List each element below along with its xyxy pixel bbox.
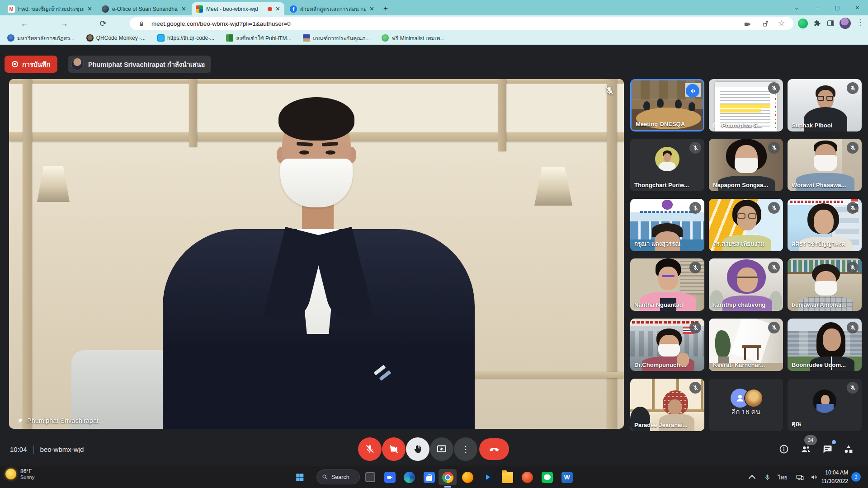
share-icon[interactable]: [762, 20, 769, 28]
participant-tile[interactable]: Napaporn Songsa...: [709, 139, 783, 191]
participant-tile[interactable]: กรุณา แดงสุวรรณ: [630, 199, 704, 251]
meet-page: การบันทึก Phumiphat Srivachirapat กำลังน…: [0, 45, 868, 465]
bookmark-item[interactable]: https://th.qr-code-...: [157, 34, 214, 42]
participant-name: ศศิธร วชิรปัญญาพงศ์: [792, 239, 845, 249]
tab-facebook[interactable]: f ฝ่ายหลักสูตรและการสอน กองบริการกา... ✕: [286, 2, 378, 15]
address-bar[interactable]: meet.google.com/beo-wbmx-wjd?pli=1&authu…: [130, 17, 793, 30]
task-view-icon[interactable]: [364, 471, 376, 483]
participant-tile[interactable]: benjawan Amphai...: [788, 258, 862, 311]
app-icon-file-explorer[interactable]: [501, 471, 513, 483]
taskbar-clock[interactable]: 10:04 AM 11/30/2022: [821, 469, 848, 485]
camera-in-use-icon[interactable]: [744, 20, 751, 28]
bookmark-item[interactable]: ลงชื่อเข้าใช้ PubHTM...: [226, 34, 291, 42]
app-icon-media-player[interactable]: [481, 471, 493, 483]
cast-device-icon[interactable]: [794, 471, 806, 483]
profile-avatar[interactable]: [840, 18, 851, 29]
participant-name: Phumiphat S...: [713, 122, 762, 129]
tab-close-icon[interactable]: ✕: [181, 6, 186, 12]
bookmark-item[interactable]: มหาวิทยาลัยราชภัฏสว...: [7, 34, 75, 42]
qr-bookmark-icon: [157, 34, 165, 42]
meet-bottom-bar: 10:04 beo-wbmx-wjd ⋮ 34: [0, 434, 868, 465]
participant-tile[interactable]: ดร.สายชล เทียนงาม: [709, 199, 783, 251]
activities-button[interactable]: [839, 439, 859, 459]
forward-button[interactable]: →: [58, 17, 71, 30]
participant-tile[interactable]: Paradee Jearanai...: [630, 379, 704, 431]
bookmark-item[interactable]: ฟรี Minimalist เทมเพ...: [382, 34, 444, 42]
tab-eoffice[interactable]: e-Office of Suan Sunandha Rajab... ✕: [98, 2, 190, 15]
mic-muted-icon: [689, 322, 701, 333]
participants-button[interactable]: 34: [796, 439, 816, 459]
meeting-details-button[interactable]: [774, 439, 794, 459]
mic-muted-icon: [689, 142, 701, 154]
url-text[interactable]: meet.google.com/beo-wbmx-wjd?pli=1&authu…: [151, 20, 291, 27]
window-maximize-button[interactable]: ▢: [827, 0, 847, 15]
volume-icon[interactable]: [808, 471, 820, 483]
window-close-button[interactable]: ✕: [847, 0, 867, 15]
notification-count-badge[interactable]: 3: [851, 472, 861, 482]
tab-close-icon[interactable]: ✕: [275, 6, 280, 12]
overflow-tile[interactable]: อีก 16 คน: [709, 379, 783, 431]
participant-tile[interactable]: Dr.Chompunuch ...: [630, 319, 704, 371]
mic-toggle-button[interactable]: [358, 437, 382, 461]
new-tab-button[interactable]: +: [380, 3, 392, 14]
side-panel-icon[interactable]: [826, 19, 835, 28]
weather-condition: Sunny: [20, 474, 34, 480]
tab-gmail[interactable]: M Fwd: ขอเชิญเข้าร่วมประชุมคณะทำงาน... ✕: [4, 2, 96, 15]
bookmark-star-icon[interactable]: ☆: [778, 19, 785, 28]
bookmark-item[interactable]: QRCode Monkey -...: [86, 34, 146, 42]
participant-tile[interactable]: Worawit Phasawa...: [788, 139, 862, 191]
presentation-tile[interactable]: Phumiphat S...: [709, 79, 783, 131]
participant-name: Meeting ONESQA: [636, 121, 685, 127]
tab-close-icon[interactable]: ✕: [87, 6, 92, 12]
app-icon-word[interactable]: W: [561, 471, 573, 483]
bookmark-item[interactable]: เกณฑ์การประกันคุณภ...: [303, 34, 370, 42]
app-icon-browser-orange[interactable]: [521, 471, 533, 483]
app-icon-line[interactable]: [541, 471, 553, 483]
reload-button[interactable]: ⟳: [97, 17, 109, 30]
present-screen-button[interactable]: [430, 437, 453, 461]
app-icon-edge[interactable]: [403, 471, 415, 483]
raise-hand-button[interactable]: [406, 437, 429, 461]
participant-tile[interactable]: Meeting ONESQA: [630, 79, 704, 131]
main-video[interactable]: Phumiphat Srivachirapat: [9, 79, 624, 429]
browser-menu-icon[interactable]: ⋮: [856, 18, 864, 27]
mic-muted-icon: [689, 382, 701, 394]
self-tile[interactable]: คุณ: [788, 379, 862, 431]
app-icon-store[interactable]: [423, 471, 435, 483]
tab-search-chevron-icon[interactable]: ⌄: [787, 0, 807, 15]
chat-button[interactable]: [817, 439, 837, 459]
mic-muted-icon: [604, 85, 615, 96]
app-icon-chrome-active[interactable]: [439, 469, 457, 485]
image-bookmark-icon: [303, 34, 310, 42]
participant-tile[interactable]: Thongchart Puriw...: [630, 139, 704, 191]
hidden-icons-chevron-icon[interactable]: [746, 471, 758, 483]
participant-tile[interactable]: karnthip chativong: [709, 258, 783, 311]
chat-extension-icon[interactable]: [798, 19, 808, 28]
tray-mic-icon[interactable]: [761, 471, 773, 483]
participant-tile[interactable]: Boonrudee Udom...: [788, 319, 862, 371]
participant-tile[interactable]: Keerati Karnchar...: [709, 319, 783, 371]
tab-close-icon[interactable]: ✕: [369, 6, 374, 12]
participant-tile[interactable]: Nantha Nguantad: [630, 258, 704, 311]
language-switcher[interactable]: ไทย: [777, 471, 788, 483]
presenter-hair: [278, 97, 354, 141]
mic-muted-icon: [847, 202, 859, 214]
back-button[interactable]: ←: [18, 17, 31, 30]
overflow-avatar-photo: [744, 389, 763, 408]
camera-toggle-button[interactable]: [382, 437, 406, 461]
participant-tile[interactable]: Suphak Pibool: [788, 79, 862, 131]
more-options-button[interactable]: ⋮: [454, 437, 477, 461]
tab-meet-active[interactable]: Meet - beo-wbmx-wjd ✕: [192, 2, 284, 15]
meeting-code: beo-wbmx-wjd: [40, 446, 84, 453]
app-icon-video-camera[interactable]: [384, 471, 396, 483]
meet-favicon-icon: [196, 5, 203, 13]
extensions-puzzle-icon[interactable]: [813, 19, 821, 28]
window-minimize-button[interactable]: ─: [807, 0, 827, 15]
participant-name: ดร.สายชล เทียนงาม: [713, 239, 764, 249]
taskbar-search[interactable]: Search: [316, 469, 360, 484]
app-icon-firefox[interactable]: [462, 471, 473, 483]
participant-tile[interactable]: ศศิธร วชิรปัญญาพงศ์: [788, 199, 862, 251]
weather-widget[interactable]: 86°F Sunny: [5, 468, 34, 480]
start-button[interactable]: [294, 471, 306, 483]
leave-call-button[interactable]: [479, 438, 509, 460]
